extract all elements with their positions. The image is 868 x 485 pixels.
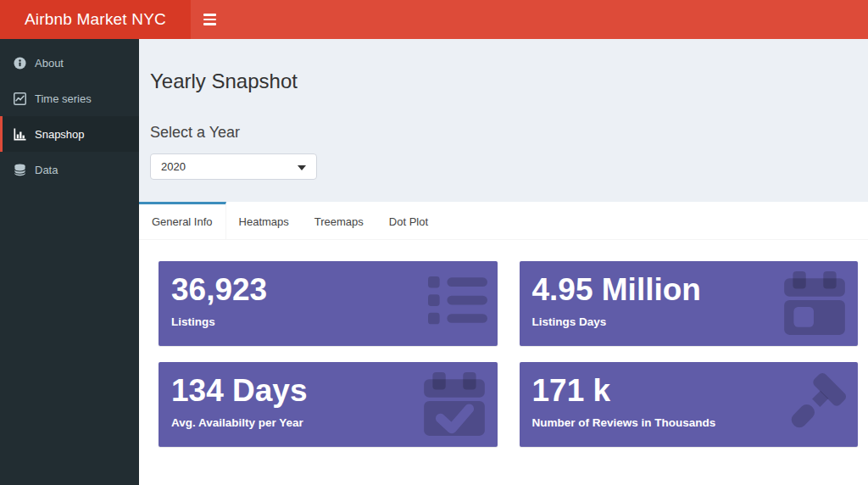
year-select-dropdown[interactable]: 2020 <box>150 153 317 180</box>
tab-bar: General Info Heatmaps Treemaps Dot Plot <box>139 202 868 240</box>
info-circle-icon <box>13 57 27 70</box>
value-box-reviews: 171 k Number of Reviews in Thousands <box>520 362 859 447</box>
value-box-label: Avg. Availabilty per Year <box>171 416 485 429</box>
menu-icon <box>203 14 216 25</box>
sidebar-item-label: Time series <box>35 92 92 105</box>
sidebar-item-snapshop[interactable]: Snapshop <box>0 116 139 152</box>
value-box-value: 171 k <box>532 372 846 410</box>
caret-down-icon <box>298 165 306 170</box>
navbar <box>191 0 868 39</box>
value-box-label: Listings Days <box>532 315 846 328</box>
sidebar-item-data[interactable]: Data <box>0 152 139 187</box>
value-box-label: Listings <box>171 315 485 328</box>
value-box-listings: 36,923 Listings <box>159 261 498 346</box>
value-box-avg-availability: 134 Days Avg. Availabilty per Year <box>159 362 498 447</box>
tab-heatmaps[interactable]: Heatmaps <box>226 202 302 239</box>
year-select-label: Select a Year <box>150 123 857 142</box>
sidebar-item-about[interactable]: About <box>0 45 139 81</box>
bar-chart-icon <box>13 128 27 141</box>
tab-general-info[interactable]: General Info <box>139 202 226 239</box>
tab-box: General Info Heatmaps Treemaps Dot Plot … <box>139 202 868 485</box>
sidebar-item-time-series[interactable]: Time series <box>0 81 139 116</box>
value-box-value: 4.95 Million <box>532 271 846 309</box>
sidebar-item-label: Data <box>35 164 58 176</box>
value-box-value: 36,923 <box>171 271 485 309</box>
sidebar-item-label: About <box>35 57 64 70</box>
tab-dot-plot[interactable]: Dot Plot <box>376 202 441 239</box>
value-box-listings-days: 4.95 Million Listings Days <box>520 261 859 346</box>
line-chart-icon <box>13 92 27 105</box>
tab-content-general-info: 36,923 Listings <box>139 240 868 485</box>
value-box-label: Number of Reviews in Thousands <box>532 416 846 429</box>
year-select-value: 2020 <box>161 160 186 173</box>
value-box-value: 134 Days <box>171 372 485 410</box>
sidebar-menu: About Time series Snapshop <box>0 45 139 187</box>
app-logo: Airbnb Market NYC <box>0 0 191 39</box>
page-title: Yearly Snapshot <box>150 70 855 92</box>
database-icon <box>13 164 27 176</box>
sidebar-item-label: Snapshop <box>35 128 85 141</box>
sidebar-toggle-button[interactable] <box>191 0 228 39</box>
tab-treemaps[interactable]: Treemaps <box>302 202 376 239</box>
app-header: Airbnb Market NYC <box>0 0 868 39</box>
sidebar: About Time series Snapshop <box>0 39 139 485</box>
value-box-grid: 36,923 Listings <box>159 261 858 447</box>
app-title: Airbnb Market NYC <box>25 10 166 29</box>
main-content: Yearly Snapshot Select a Year 2020 Gener… <box>139 39 868 485</box>
